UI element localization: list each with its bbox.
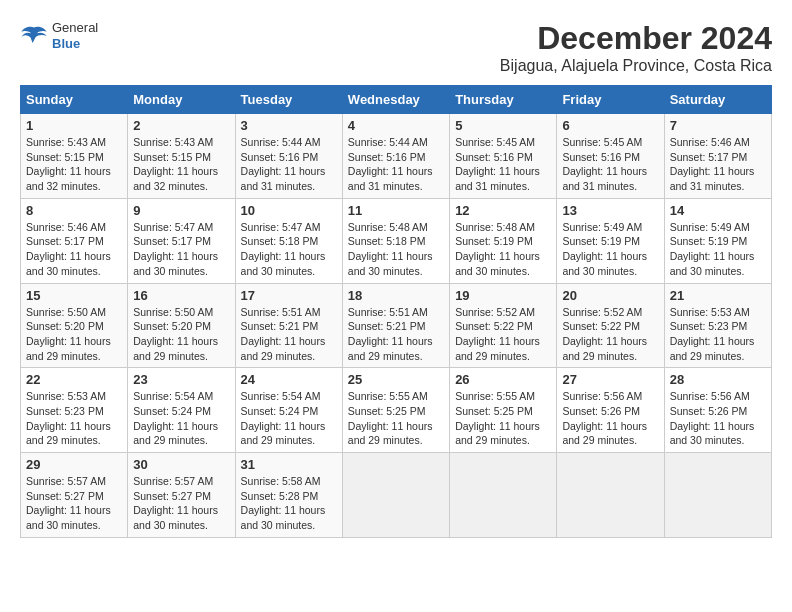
col-tuesday: Tuesday xyxy=(235,86,342,114)
day-number: 4 xyxy=(348,118,444,133)
table-row: 15 Sunrise: 5:50 AM Sunset: 5:20 PM Dayl… xyxy=(21,283,128,368)
col-saturday: Saturday xyxy=(664,86,771,114)
day-info: Sunrise: 5:55 AM Sunset: 5:25 PM Dayligh… xyxy=(348,389,444,448)
calendar-week-row: 1 Sunrise: 5:43 AM Sunset: 5:15 PM Dayli… xyxy=(21,114,772,199)
table-row: 14 Sunrise: 5:49 AM Sunset: 5:19 PM Dayl… xyxy=(664,198,771,283)
day-number: 27 xyxy=(562,372,658,387)
day-number: 9 xyxy=(133,203,229,218)
day-number: 30 xyxy=(133,457,229,472)
table-row: 30 Sunrise: 5:57 AM Sunset: 5:27 PM Dayl… xyxy=(128,453,235,538)
month-title: December 2024 xyxy=(500,20,772,57)
table-row: 10 Sunrise: 5:47 AM Sunset: 5:18 PM Dayl… xyxy=(235,198,342,283)
table-row: 22 Sunrise: 5:53 AM Sunset: 5:23 PM Dayl… xyxy=(21,368,128,453)
day-number: 19 xyxy=(455,288,551,303)
calendar-week-row: 29 Sunrise: 5:57 AM Sunset: 5:27 PM Dayl… xyxy=(21,453,772,538)
day-info: Sunrise: 5:45 AM Sunset: 5:16 PM Dayligh… xyxy=(455,135,551,194)
col-friday: Friday xyxy=(557,86,664,114)
table-row: 6 Sunrise: 5:45 AM Sunset: 5:16 PM Dayli… xyxy=(557,114,664,199)
logo: General Blue xyxy=(20,20,98,51)
calendar-week-row: 8 Sunrise: 5:46 AM Sunset: 5:17 PM Dayli… xyxy=(21,198,772,283)
day-number: 23 xyxy=(133,372,229,387)
logo-icon xyxy=(20,22,48,50)
day-number: 13 xyxy=(562,203,658,218)
day-info: Sunrise: 5:46 AM Sunset: 5:17 PM Dayligh… xyxy=(670,135,766,194)
calendar-header-row: Sunday Monday Tuesday Wednesday Thursday… xyxy=(21,86,772,114)
table-row: 29 Sunrise: 5:57 AM Sunset: 5:27 PM Dayl… xyxy=(21,453,128,538)
day-info: Sunrise: 5:57 AM Sunset: 5:27 PM Dayligh… xyxy=(133,474,229,533)
table-row: 28 Sunrise: 5:56 AM Sunset: 5:26 PM Dayl… xyxy=(664,368,771,453)
table-row: 24 Sunrise: 5:54 AM Sunset: 5:24 PM Dayl… xyxy=(235,368,342,453)
col-monday: Monday xyxy=(128,86,235,114)
day-number: 14 xyxy=(670,203,766,218)
day-info: Sunrise: 5:44 AM Sunset: 5:16 PM Dayligh… xyxy=(348,135,444,194)
day-info: Sunrise: 5:56 AM Sunset: 5:26 PM Dayligh… xyxy=(562,389,658,448)
table-row: 11 Sunrise: 5:48 AM Sunset: 5:18 PM Dayl… xyxy=(342,198,449,283)
day-number: 26 xyxy=(455,372,551,387)
table-row: 31 Sunrise: 5:58 AM Sunset: 5:28 PM Dayl… xyxy=(235,453,342,538)
day-number: 21 xyxy=(670,288,766,303)
day-number: 29 xyxy=(26,457,122,472)
table-row: 12 Sunrise: 5:48 AM Sunset: 5:19 PM Dayl… xyxy=(450,198,557,283)
day-info: Sunrise: 5:49 AM Sunset: 5:19 PM Dayligh… xyxy=(670,220,766,279)
table-row: 26 Sunrise: 5:55 AM Sunset: 5:25 PM Dayl… xyxy=(450,368,557,453)
table-row: 18 Sunrise: 5:51 AM Sunset: 5:21 PM Dayl… xyxy=(342,283,449,368)
table-row: 20 Sunrise: 5:52 AM Sunset: 5:22 PM Dayl… xyxy=(557,283,664,368)
day-info: Sunrise: 5:52 AM Sunset: 5:22 PM Dayligh… xyxy=(562,305,658,364)
day-number: 3 xyxy=(241,118,337,133)
day-info: Sunrise: 5:47 AM Sunset: 5:17 PM Dayligh… xyxy=(133,220,229,279)
day-info: Sunrise: 5:44 AM Sunset: 5:16 PM Dayligh… xyxy=(241,135,337,194)
day-number: 6 xyxy=(562,118,658,133)
day-number: 2 xyxy=(133,118,229,133)
day-info: Sunrise: 5:52 AM Sunset: 5:22 PM Dayligh… xyxy=(455,305,551,364)
day-number: 20 xyxy=(562,288,658,303)
table-row xyxy=(342,453,449,538)
day-info: Sunrise: 5:43 AM Sunset: 5:15 PM Dayligh… xyxy=(26,135,122,194)
day-number: 12 xyxy=(455,203,551,218)
logo-text: General Blue xyxy=(52,20,98,51)
day-info: Sunrise: 5:51 AM Sunset: 5:21 PM Dayligh… xyxy=(348,305,444,364)
day-number: 16 xyxy=(133,288,229,303)
table-row: 21 Sunrise: 5:53 AM Sunset: 5:23 PM Dayl… xyxy=(664,283,771,368)
day-info: Sunrise: 5:54 AM Sunset: 5:24 PM Dayligh… xyxy=(241,389,337,448)
day-info: Sunrise: 5:55 AM Sunset: 5:25 PM Dayligh… xyxy=(455,389,551,448)
day-info: Sunrise: 5:53 AM Sunset: 5:23 PM Dayligh… xyxy=(670,305,766,364)
calendar-week-row: 22 Sunrise: 5:53 AM Sunset: 5:23 PM Dayl… xyxy=(21,368,772,453)
header: General Blue December 2024 Bijagua, Alaj… xyxy=(20,20,772,75)
day-info: Sunrise: 5:45 AM Sunset: 5:16 PM Dayligh… xyxy=(562,135,658,194)
day-number: 31 xyxy=(241,457,337,472)
day-info: Sunrise: 5:47 AM Sunset: 5:18 PM Dayligh… xyxy=(241,220,337,279)
day-number: 18 xyxy=(348,288,444,303)
col-thursday: Thursday xyxy=(450,86,557,114)
day-number: 28 xyxy=(670,372,766,387)
day-number: 22 xyxy=(26,372,122,387)
table-row: 5 Sunrise: 5:45 AM Sunset: 5:16 PM Dayli… xyxy=(450,114,557,199)
table-row: 1 Sunrise: 5:43 AM Sunset: 5:15 PM Dayli… xyxy=(21,114,128,199)
day-info: Sunrise: 5:49 AM Sunset: 5:19 PM Dayligh… xyxy=(562,220,658,279)
table-row xyxy=(557,453,664,538)
table-row: 4 Sunrise: 5:44 AM Sunset: 5:16 PM Dayli… xyxy=(342,114,449,199)
calendar: Sunday Monday Tuesday Wednesday Thursday… xyxy=(20,85,772,538)
table-row: 13 Sunrise: 5:49 AM Sunset: 5:19 PM Dayl… xyxy=(557,198,664,283)
calendar-week-row: 15 Sunrise: 5:50 AM Sunset: 5:20 PM Dayl… xyxy=(21,283,772,368)
col-sunday: Sunday xyxy=(21,86,128,114)
day-info: Sunrise: 5:46 AM Sunset: 5:17 PM Dayligh… xyxy=(26,220,122,279)
day-info: Sunrise: 5:58 AM Sunset: 5:28 PM Dayligh… xyxy=(241,474,337,533)
day-number: 10 xyxy=(241,203,337,218)
table-row: 27 Sunrise: 5:56 AM Sunset: 5:26 PM Dayl… xyxy=(557,368,664,453)
day-number: 8 xyxy=(26,203,122,218)
day-info: Sunrise: 5:48 AM Sunset: 5:19 PM Dayligh… xyxy=(455,220,551,279)
location-title: Bijagua, Alajuela Province, Costa Rica xyxy=(500,57,772,75)
day-number: 15 xyxy=(26,288,122,303)
table-row: 16 Sunrise: 5:50 AM Sunset: 5:20 PM Dayl… xyxy=(128,283,235,368)
day-info: Sunrise: 5:57 AM Sunset: 5:27 PM Dayligh… xyxy=(26,474,122,533)
table-row: 25 Sunrise: 5:55 AM Sunset: 5:25 PM Dayl… xyxy=(342,368,449,453)
day-info: Sunrise: 5:51 AM Sunset: 5:21 PM Dayligh… xyxy=(241,305,337,364)
table-row: 8 Sunrise: 5:46 AM Sunset: 5:17 PM Dayli… xyxy=(21,198,128,283)
table-row: 2 Sunrise: 5:43 AM Sunset: 5:15 PM Dayli… xyxy=(128,114,235,199)
day-info: Sunrise: 5:50 AM Sunset: 5:20 PM Dayligh… xyxy=(133,305,229,364)
table-row: 7 Sunrise: 5:46 AM Sunset: 5:17 PM Dayli… xyxy=(664,114,771,199)
table-row: 23 Sunrise: 5:54 AM Sunset: 5:24 PM Dayl… xyxy=(128,368,235,453)
day-number: 25 xyxy=(348,372,444,387)
day-number: 11 xyxy=(348,203,444,218)
day-info: Sunrise: 5:48 AM Sunset: 5:18 PM Dayligh… xyxy=(348,220,444,279)
